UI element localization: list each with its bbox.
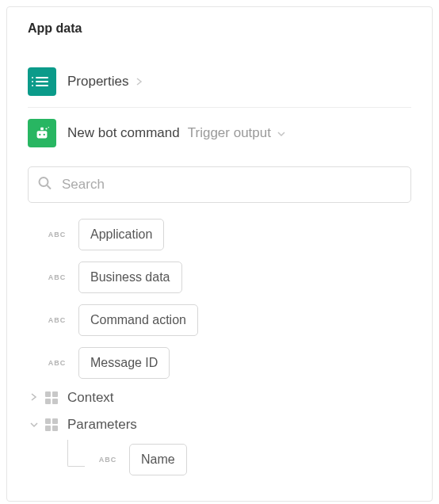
panel-title: App data xyxy=(28,21,411,36)
pill-application[interactable]: Application xyxy=(78,219,164,250)
bot-command-row[interactable]: New bot command Trigger output xyxy=(28,108,411,155)
chevron-down-icon xyxy=(28,420,40,430)
type-badge: ABC xyxy=(45,231,69,239)
type-badge: ABC xyxy=(45,316,69,324)
properties-row[interactable]: Properties xyxy=(28,56,411,108)
svg-point-4 xyxy=(45,128,47,129)
svg-rect-1 xyxy=(40,128,44,131)
field-row-application: ABC Application xyxy=(45,219,411,250)
pill-business-data[interactable]: Business data xyxy=(78,262,182,293)
chevron-right-icon xyxy=(28,393,40,403)
svg-point-6 xyxy=(40,178,48,186)
type-badge: ABC xyxy=(96,456,120,464)
type-badge: ABC xyxy=(45,359,69,367)
type-badge: ABC xyxy=(45,273,69,281)
pill-command-action[interactable]: Command action xyxy=(78,304,198,336)
svg-line-7 xyxy=(48,185,52,189)
svg-point-2 xyxy=(39,134,40,136)
context-label: Context xyxy=(67,390,114,406)
grid-icon xyxy=(45,391,58,404)
tree-row-context[interactable]: Context xyxy=(28,390,411,406)
svg-point-3 xyxy=(44,134,45,136)
field-row-business-data: ABC Business data xyxy=(45,262,411,293)
parameters-label: Parameters xyxy=(67,417,137,433)
search-input[interactable] xyxy=(28,166,411,203)
svg-point-5 xyxy=(48,127,49,128)
app-data-panel: App data Properties New bot command Trig… xyxy=(6,6,433,502)
search-field xyxy=(28,166,411,203)
nested-row-name: ABC Name xyxy=(45,444,411,475)
svg-rect-0 xyxy=(37,131,48,138)
grid-icon xyxy=(45,418,58,431)
bot-command-label: New bot command xyxy=(67,125,180,141)
chevron-right-icon xyxy=(136,76,143,88)
tree-row-parameters[interactable]: Parameters xyxy=(28,417,411,433)
pill-message-id[interactable]: Message ID xyxy=(78,347,170,379)
search-icon xyxy=(38,177,52,193)
field-row-message-id: ABC Message ID xyxy=(45,347,411,379)
list-icon xyxy=(28,67,56,96)
properties-label: Properties xyxy=(67,74,128,90)
field-row-command-action: ABC Command action xyxy=(45,304,411,336)
pill-name[interactable]: Name xyxy=(129,444,187,475)
chevron-down-icon[interactable] xyxy=(277,126,285,140)
bot-icon xyxy=(28,119,56,147)
trigger-output-label: Trigger output xyxy=(188,125,271,141)
tree-connector xyxy=(67,440,85,467)
field-list: ABC Application ABC Business data ABC Co… xyxy=(28,219,411,475)
